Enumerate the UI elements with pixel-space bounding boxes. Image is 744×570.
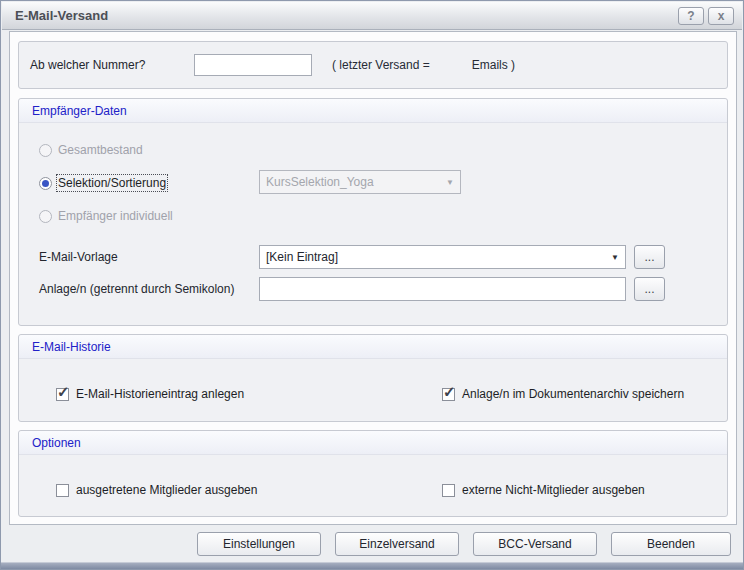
dropdown-arrow-icon: ▼: [611, 253, 619, 262]
last-send-suffix: Emails ): [472, 58, 515, 72]
template-dropdown-value: [Kein Eintrag]: [266, 250, 611, 264]
einzelversand-button[interactable]: Einzelversand: [335, 532, 459, 556]
radio-icon-selektion[interactable]: [39, 177, 52, 190]
bcc-versand-button[interactable]: BCC-Versand: [473, 532, 597, 556]
radio-label-individuell: Empfänger individuell: [58, 209, 173, 223]
einstellungen-button[interactable]: Einstellungen: [197, 532, 321, 556]
footer-button-bar: Einstellungen Einzelversand BCC-Versand …: [9, 525, 737, 563]
close-icon: x: [718, 9, 725, 23]
checkbox-icon-externe[interactable]: ✓: [442, 484, 455, 497]
historie-check-row: ✓ E-Mail-Historieneintrag anlegen ✓ Anla…: [19, 387, 727, 401]
group-header-empfaenger: Empfänger-Daten: [19, 99, 727, 123]
check-item-historieneintrag[interactable]: ✓ E-Mail-Historieneintrag anlegen: [56, 387, 442, 401]
group-email-historie: E-Mail-Historie ✓ E-Mail-Historieneintra…: [18, 334, 728, 422]
attachment-row: Anlage/n (getrennt durch Semikolon) ...: [19, 277, 727, 301]
check-label-dokumentenarchiv: Anlage/n im Dokumentenarchiv speichern: [462, 387, 684, 401]
checkbox-icon-historieneintrag[interactable]: ✓: [56, 388, 69, 401]
attachment-input[interactable]: [259, 277, 626, 301]
check-label-historieneintrag: E-Mail-Historieneintrag anlegen: [76, 387, 244, 401]
radio-row-selektion[interactable]: Selektion/Sortierung KursSelektion_Yoga …: [19, 170, 727, 196]
checkbox-icon-ausgetretene[interactable]: ✓: [56, 484, 69, 497]
check-item-externe[interactable]: ✓ externe Nicht-Mitglieder ausgeben: [442, 483, 645, 497]
group-optionen: Optionen ✓ ausgetretene Mitglieder ausge…: [18, 430, 728, 517]
group-header-historie: E-Mail-Historie: [19, 335, 727, 359]
email-versand-dialog: E-Mail-Versand ? x Ab welcher Nummer? ( …: [0, 0, 744, 570]
radio-label-selektion: Selektion/Sortierung: [58, 176, 166, 190]
group-header-optionen: Optionen: [19, 431, 727, 455]
check-item-ausgetretene[interactable]: ✓ ausgetretene Mitglieder ausgeben: [56, 483, 442, 497]
content-panel: Ab welcher Nummer? ( letzter Versand = E…: [9, 31, 737, 525]
close-button[interactable]: x: [708, 7, 734, 25]
check-icon: ✓: [443, 383, 456, 401]
radio-icon-gesamtbestand[interactable]: [39, 144, 52, 157]
last-send-prefix: ( letzter Versand =: [332, 58, 430, 72]
titlebar-buttons: ? x: [678, 7, 742, 25]
optionen-check-row: ✓ ausgetretene Mitglieder ausgeben ✓ ext…: [19, 483, 727, 497]
selection-dropdown-value: KursSelektion_Yoga: [266, 175, 446, 189]
attachment-browse-button[interactable]: ...: [634, 277, 665, 301]
number-box: Ab welcher Nummer? ( letzter Versand = E…: [18, 41, 728, 89]
window-bottom-border: [1, 562, 743, 569]
radio-label-gesamtbestand: Gesamtbestand: [58, 143, 143, 157]
check-label-ausgetretene: ausgetretene Mitglieder ausgeben: [76, 483, 257, 497]
radio-icon-individuell[interactable]: [39, 210, 52, 223]
help-button[interactable]: ?: [678, 7, 704, 25]
title-bar: E-Mail-Versand ? x: [2, 2, 742, 30]
checkbox-icon-dokumentenarchiv[interactable]: ✓: [442, 388, 455, 401]
check-item-dokumentenarchiv[interactable]: ✓ Anlage/n im Dokumentenarchiv speichern: [442, 387, 684, 401]
last-send-text: ( letzter Versand = Emails ): [332, 58, 515, 72]
template-dropdown[interactable]: [Kein Eintrag] ▼: [259, 245, 626, 269]
group-empfaenger-daten: Empfänger-Daten Gesamtbestand Selektion/…: [18, 98, 728, 326]
dropdown-arrow-icon: ▼: [446, 178, 454, 187]
window-title: E-Mail-Versand: [2, 8, 108, 23]
radio-row-gesamtbestand[interactable]: Gesamtbestand: [19, 137, 727, 163]
template-browse-button[interactable]: ...: [634, 245, 665, 269]
template-row: E-Mail-Vorlage [Kein Eintrag] ▼ ...: [19, 245, 727, 269]
help-icon: ?: [687, 9, 694, 23]
check-label-externe: externe Nicht-Mitglieder ausgeben: [462, 483, 645, 497]
check-icon: ✓: [57, 383, 70, 401]
number-input[interactable]: [194, 54, 312, 76]
beenden-button[interactable]: Beenden: [611, 532, 731, 556]
radio-row-individuell[interactable]: Empfänger individuell: [19, 203, 727, 229]
attachment-label: Anlage/n (getrennt durch Semikolon): [39, 282, 259, 296]
selection-dropdown: KursSelektion_Yoga ▼: [259, 170, 461, 194]
template-label: E-Mail-Vorlage: [39, 250, 259, 264]
number-label: Ab welcher Nummer?: [30, 58, 194, 72]
